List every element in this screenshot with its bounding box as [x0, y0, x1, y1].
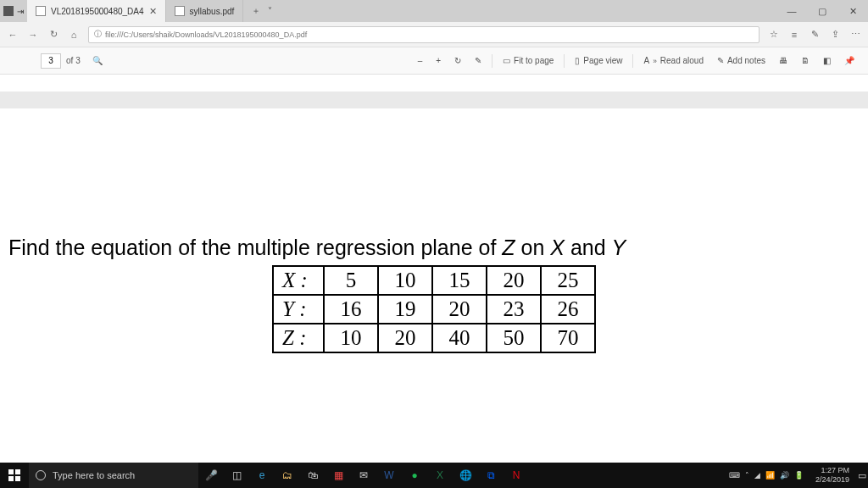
pin-icon[interactable]: ⇥ [17, 7, 24, 16]
home-button[interactable]: ⌂ [68, 30, 80, 40]
tab-preicons: ⇥ [0, 0, 27, 22]
address-bar: ← → ↻ ⌂ ⓘ file:///C:/Users/shaik/Downloa… [0, 22, 868, 47]
info-icon: ⓘ [94, 29, 102, 40]
close-icon[interactable]: ✕ [149, 6, 157, 17]
cell: 70 [541, 324, 595, 352]
zoom-in-button[interactable]: + [436, 56, 441, 65]
cell: 20 [378, 324, 432, 352]
notifications-icon[interactable]: ▭ [856, 470, 868, 481]
chrome-icon[interactable]: 🌐 [453, 463, 478, 488]
word-icon[interactable]: W [376, 463, 402, 488]
url-input[interactable]: ⓘ file:///C:/Users/shaik/Downloads/VL201… [88, 26, 760, 43]
network-icon[interactable]: ◢ [754, 471, 760, 480]
cell: 10 [378, 266, 432, 295]
cell: 26 [541, 295, 595, 324]
bookmark-button[interactable]: ◧ [823, 56, 831, 65]
wifi-icon[interactable]: 📶 [765, 471, 775, 480]
more-icon[interactable]: ⋯ [849, 29, 861, 40]
search-icon[interactable]: 🔍 [92, 56, 103, 65]
refresh-button[interactable]: ↻ [47, 29, 59, 40]
cell: 16 [324, 295, 378, 324]
chevron-up-icon[interactable]: ˄ [745, 471, 749, 480]
new-tab-button[interactable]: ＋ ˅ [243, 0, 280, 22]
zoom-out-button[interactable]: – [418, 56, 423, 65]
input-icon[interactable]: ⌨ [729, 471, 740, 480]
search-icon [36, 470, 46, 480]
cell: 10 [324, 324, 378, 352]
clock[interactable]: 1:27 PM 2/24/2019 [809, 466, 856, 485]
pin-toolbar-button[interactable]: 📌 [844, 56, 854, 65]
draw-button[interactable]: ✎ [475, 56, 481, 65]
forward-button[interactable]: → [27, 30, 39, 40]
data-table: X : 5 10 15 20 25 Y : 16 19 20 23 26 Z :… [272, 265, 596, 353]
back-button[interactable]: ← [7, 30, 19, 40]
document-icon [175, 6, 185, 16]
add-notes-button[interactable]: ✎ Add notes [717, 56, 765, 65]
page-gap [0, 92, 868, 108]
pdf-toolbar: of 3 🔍 – + ↻ ✎ ▭ Fit to page ▯ Page view… [0, 47, 868, 75]
app-icon[interactable]: ▦ [326, 463, 351, 488]
explorer-icon[interactable]: 🗂 [275, 463, 300, 488]
tab-inactive[interactable]: syllabus.pdf [166, 0, 244, 22]
url-text: file:///C:/Users/shaik/Downloads/VL20181… [105, 30, 307, 39]
svg-rect-1 [15, 469, 20, 474]
cell: 5 [324, 266, 378, 295]
document-viewport[interactable]: Find the equation of the multiple regres… [0, 75, 868, 463]
dropbox-icon[interactable]: ⧉ [478, 463, 504, 488]
favorite-icon[interactable]: ☆ [768, 29, 780, 40]
read-aloud-button[interactable]: A» Read aloud [643, 56, 703, 65]
page-number-input[interactable] [41, 53, 61, 69]
svg-rect-0 [8, 469, 14, 474]
mic-icon[interactable]: 🎤 [198, 463, 224, 488]
close-button[interactable]: ✕ [837, 0, 868, 22]
start-button[interactable] [0, 469, 29, 481]
cell: 19 [378, 295, 432, 324]
row-label: Z : [273, 324, 324, 352]
titlebar: ⇥ VL2018195000480_DA4 ✕ syllabus.pdf ＋ ˅… [0, 0, 868, 22]
row-label: Y : [273, 295, 324, 324]
svg-rect-2 [8, 476, 14, 481]
netflix-icon[interactable]: N [504, 463, 529, 488]
row-label: X : [273, 266, 324, 295]
cell: 20 [487, 266, 541, 295]
table-row: Z : 10 20 40 50 70 [273, 324, 595, 352]
table-row: Y : 16 19 20 23 26 [273, 295, 595, 324]
excel-icon[interactable]: X [427, 463, 453, 488]
taskbar-apps: 🎤 ◫ e 🗂 🛍 ▦ ✉ W ● X 🌐 ⧉ N [198, 463, 529, 488]
cell: 20 [432, 295, 487, 324]
rotate-button[interactable]: ↻ [454, 56, 461, 65]
cell: 23 [487, 295, 541, 324]
spotify-icon[interactable]: ● [402, 463, 427, 488]
svg-rect-3 [15, 476, 20, 481]
document-icon [36, 6, 46, 16]
search-placeholder: Type here to search [53, 470, 135, 480]
store-icon[interactable]: 🛍 [300, 463, 326, 488]
taskbar: Type here to search 🎤 ◫ e 🗂 🛍 ▦ ✉ W ● X … [0, 463, 868, 488]
taskview-icon[interactable]: ◫ [224, 463, 249, 488]
tab-active[interactable]: VL2018195000480_DA4 ✕ [27, 0, 166, 22]
page-view-button[interactable]: ▯ Page view [575, 56, 622, 65]
app-icon [3, 6, 14, 16]
question-text: Find the equation of the multiple regres… [8, 236, 860, 260]
save-button[interactable]: 🗎 [801, 56, 810, 65]
reading-list-icon[interactable]: ≡ [788, 30, 800, 40]
table-row: X : 5 10 15 20 25 [273, 266, 595, 295]
print-button[interactable]: 🖶 [779, 56, 787, 65]
fit-page-button[interactable]: ▭ Fit to page [503, 56, 554, 65]
cell: 40 [432, 324, 487, 352]
system-tray[interactable]: ⌨ ˄ ◢ 📶 🔊 🔋 [724, 471, 809, 480]
battery-icon[interactable]: 🔋 [794, 471, 804, 480]
tab-title: VL2018195000480_DA4 [51, 7, 144, 16]
tab-title: syllabus.pdf [190, 7, 235, 16]
volume-icon[interactable]: 🔊 [780, 471, 789, 480]
cell: 25 [541, 266, 595, 295]
cell: 15 [432, 266, 487, 295]
share-icon[interactable]: ⇪ [829, 29, 841, 40]
taskbar-search[interactable]: Type here to search [29, 463, 198, 488]
page-of-label: of 3 [66, 56, 81, 65]
edge-icon[interactable]: e [249, 463, 275, 488]
notes-icon[interactable]: ✎ [809, 29, 821, 40]
maximize-button[interactable]: ▢ [807, 0, 837, 22]
minimize-button[interactable]: — [776, 0, 807, 22]
mail-icon[interactable]: ✉ [351, 463, 376, 488]
